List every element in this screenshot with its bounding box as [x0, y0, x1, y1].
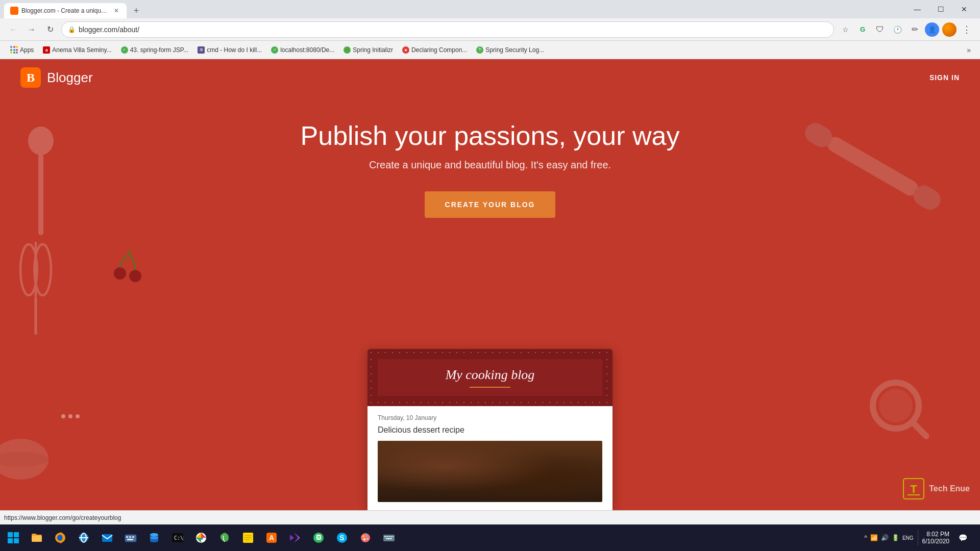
battery-icon[interactable]: 🔋 — [892, 534, 899, 541]
tab-bar: Blogger.com - Create a unique a... ✕ + — [4, 0, 905, 18]
new-tab-button[interactable]: + — [129, 3, 144, 18]
svg-point-55 — [362, 535, 364, 537]
bookmarks-more-button[interactable]: » — [964, 44, 974, 56]
tab-favicon — [10, 7, 18, 15]
folder-icon — [31, 532, 43, 544]
blogger-logo[interactable]: B Blogger — [20, 67, 93, 88]
skype-logo-icon: S — [336, 532, 348, 544]
bookmark-apps[interactable]: Apps — [6, 44, 38, 56]
svg-rect-35 — [127, 539, 133, 540]
svg-rect-65 — [386, 538, 392, 539]
keyboard-taskbar-icon[interactable] — [378, 527, 400, 549]
declaring-label: Declaring Compon... — [411, 46, 467, 54]
svg-rect-30 — [102, 534, 112, 542]
profile-icon[interactable]: 👤 — [925, 22, 939, 37]
file-explorer-icon[interactable] — [26, 527, 48, 549]
clock-display[interactable]: 8:02 PM 6/10/2020 — [922, 531, 949, 545]
firefox-icon[interactable] — [49, 527, 71, 549]
localhost-label: localhost:8080/De... — [280, 46, 334, 54]
bookmark-declaring[interactable]: ● Declaring Compon... — [398, 44, 471, 56]
evernote-logo-icon — [312, 532, 325, 544]
blogger-logo-icon: B — [20, 67, 41, 88]
svg-text:C:\>: C:\> — [174, 535, 184, 541]
signin-button[interactable]: SIGN IN — [929, 73, 960, 82]
keyboard-icon — [383, 532, 395, 544]
menu-icon[interactable]: ⋮ — [960, 22, 974, 37]
create-blog-button[interactable]: CREATE YOUR BLOG — [425, 191, 556, 218]
paint-icon[interactable] — [354, 527, 377, 549]
bookmark-anema[interactable]: a Anema Villa Seminy... — [39, 44, 115, 56]
notes-icon[interactable] — [237, 527, 259, 549]
bookmark-localhost[interactable]: ✓ localhost:8080/De... — [267, 44, 338, 56]
bookmark-star-icon[interactable]: ☆ — [838, 22, 852, 37]
app-store-icon[interactable]: A — [260, 527, 283, 549]
network-icon[interactable]: 📶 — [870, 534, 878, 541]
svg-rect-21 — [14, 532, 19, 537]
minimize-button[interactable]: — — [905, 0, 929, 18]
cmd-icon: C:\> — [172, 532, 184, 544]
url-text: blogger.com/about/ — [79, 26, 827, 34]
paint-palette-icon — [359, 532, 372, 544]
svg-rect-31 — [125, 535, 136, 542]
mail-icon[interactable] — [96, 527, 118, 549]
spring-init-label: Spring Initializr — [353, 46, 393, 54]
ie-icon[interactable] — [72, 527, 95, 549]
svg-rect-61 — [386, 536, 388, 537]
bookmark-spring-form[interactable]: ✓ 43. spring-form JSP... — [117, 44, 193, 56]
spring-icon[interactable] — [213, 527, 236, 549]
notifications-button[interactable]: 💬 — [951, 527, 974, 549]
blog-title: My cooking blog — [446, 367, 535, 382]
language-icon[interactable]: ENG — [902, 535, 914, 541]
nav-bar: ← → ↻ 🔒 blogger.com/about/ ☆ G 🛡 🕐 ✏ 👤 ⋮ — [0, 18, 980, 41]
close-button[interactable]: ✕ — [952, 0, 976, 18]
blogger-page: T Tech Enue B Blogger SIGN IN Publi — [0, 59, 980, 510]
terminal-icon[interactable]: C:\> — [166, 527, 189, 549]
chrome-icon — [195, 532, 207, 544]
start-button[interactable] — [2, 527, 24, 549]
back-button[interactable]: ← — [6, 22, 20, 37]
active-tab[interactable]: Blogger.com - Create a unique a... ✕ — [4, 3, 127, 18]
spring-init-favicon: 🌿 — [344, 46, 351, 54]
browser-content: T Tech Enue B Blogger SIGN IN Publi — [0, 59, 980, 524]
taskbar-right: ^ 📶 🔊 🔋 ENG 8:02 PM 6/10/2020 💬 — [864, 527, 978, 549]
grammarly-icon[interactable]: G — [855, 22, 870, 37]
anema-label: Anema Villa Seminy... — [52, 46, 111, 54]
vs-icon — [289, 532, 301, 544]
maximize-button[interactable]: ☐ — [929, 0, 952, 18]
hero-section: Publish your passions, your way Create a… — [0, 59, 980, 510]
svg-point-38 — [150, 536, 158, 539]
svg-point-54 — [361, 533, 370, 542]
email-icon — [101, 532, 113, 544]
blog-date: Thursday, 10 January — [378, 414, 602, 421]
svg-rect-22 — [8, 538, 13, 543]
evernote-icon[interactable] — [307, 527, 330, 549]
bookmark-spring-init[interactable]: 🌿 Spring Initializr — [339, 44, 397, 56]
database-icon[interactable] — [143, 527, 165, 549]
keyboard-layout-icon — [125, 532, 137, 544]
extension-icon2[interactable]: 🕐 — [890, 22, 904, 37]
svg-rect-60 — [384, 536, 386, 537]
spring-form-label: 43. spring-form JSP... — [130, 46, 189, 54]
forward-button[interactable]: → — [24, 22, 39, 37]
volume-icon[interactable]: 🔊 — [881, 534, 889, 541]
account-circle[interactable] — [942, 22, 957, 37]
visual-studio-icon[interactable] — [284, 527, 306, 549]
svg-rect-23 — [14, 538, 19, 543]
taskbar: C:\> — [0, 524, 980, 551]
address-bar[interactable]: 🔒 blogger.com/about/ — [61, 21, 834, 38]
keyboard-icon[interactable] — [119, 527, 142, 549]
bookmark-spring-security[interactable]: 🍃 Spring Security Log... — [472, 44, 548, 56]
extension-icon3[interactable]: ✏ — [908, 22, 922, 37]
skype-icon[interactable]: S — [331, 527, 353, 549]
bookmarks-bar: Apps a Anema Villa Seminy... ✓ 43. sprin… — [0, 41, 980, 59]
bookmark-cmd[interactable]: ⊞ cmd - How do I kill... — [193, 44, 266, 56]
refresh-button[interactable]: ↻ — [43, 22, 57, 37]
svg-rect-33 — [129, 536, 131, 538]
tab-close-button[interactable]: ✕ — [112, 7, 120, 15]
blog-title-divider — [470, 387, 510, 388]
chevron-up-icon[interactable]: ^ — [864, 534, 867, 541]
status-bar: https://www.blogger.com/go/createyourblo… — [0, 510, 980, 524]
blog-preview-header: My cooking blog — [378, 359, 602, 396]
extension-icon1[interactable]: 🛡 — [873, 22, 887, 37]
chrome-taskbar-icon[interactable] — [190, 527, 212, 549]
